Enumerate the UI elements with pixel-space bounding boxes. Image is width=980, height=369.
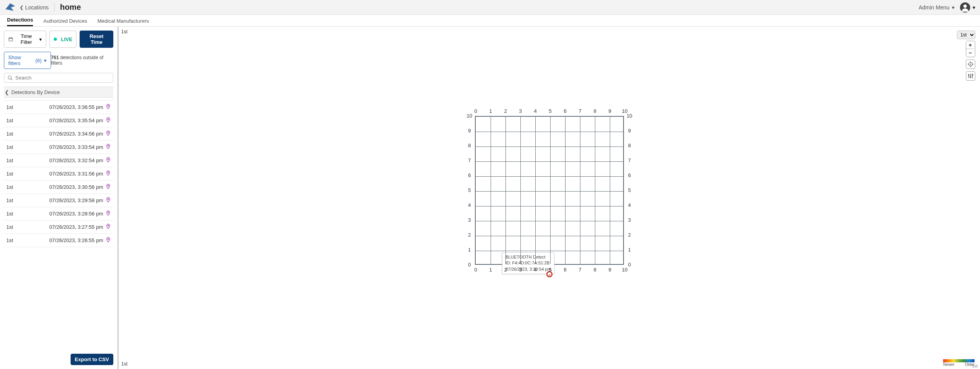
axis-tick-right: 3 — [625, 217, 633, 223]
axis-tick-top: 7 — [576, 108, 584, 114]
live-button[interactable]: LIVE — [49, 31, 76, 48]
axis-tick-right: 2 — [625, 232, 633, 238]
detection-row[interactable]: 1st07/26/2023, 3:29:58 pm — [4, 194, 113, 207]
location-pin-icon[interactable] — [105, 183, 111, 191]
detections-by-device-label: Detections By Device — [11, 89, 60, 95]
location-pin-icon[interactable] — [105, 197, 111, 204]
legend-labels: Newer Older — [943, 362, 975, 367]
axis-tick-left: 4 — [465, 202, 473, 208]
location-pin-icon[interactable] — [105, 130, 111, 137]
divider — [54, 3, 55, 12]
svg-line-7 — [11, 78, 13, 80]
svg-point-15 — [108, 199, 109, 200]
detection-row[interactable]: 1st07/26/2023, 3:27:55 pm — [4, 221, 113, 234]
live-status-dot-icon — [54, 38, 57, 41]
axis-tick-left: 3 — [465, 217, 473, 223]
axis-tick-right: 5 — [625, 187, 633, 193]
floor-label-top: 1st — [121, 29, 127, 34]
detection-row[interactable]: 1st07/26/2023, 3:34:56 pm — [4, 127, 113, 141]
axis-tick-right: 9 — [625, 128, 633, 134]
location-pin-icon[interactable] — [105, 143, 111, 151]
detection-timestamp: 07/26/2023, 3:34:56 pm — [49, 131, 103, 137]
tabs: Detections Authorized Devices Medical Ma… — [0, 15, 980, 27]
svg-point-14 — [108, 185, 109, 186]
detection-row[interactable]: 1st07/26/2023, 3:28:56 pm — [4, 207, 113, 221]
sidebar: Time Filter ▾ LIVE Reset Time Show filte… — [0, 27, 118, 369]
detection-row[interactable]: 1st07/26/2023, 3:26:55 pm — [4, 234, 113, 247]
toolbar-row: Time Filter ▾ LIVE Reset Time — [4, 31, 113, 48]
export-csv-button[interactable]: Export to CSV — [71, 354, 113, 365]
detection-room: 1st — [6, 131, 13, 137]
reset-time-button[interactable]: Reset Time — [80, 31, 113, 48]
floor-select[interactable]: 1st — [957, 31, 975, 39]
recenter-button[interactable] — [966, 60, 975, 69]
location-pin-icon[interactable] — [105, 103, 111, 111]
detections-list[interactable]: 1st07/26/2023, 3:36:55 pm1st07/26/2023, … — [4, 100, 113, 350]
axis-tick-left: 7 — [465, 157, 473, 163]
zoom-out-button[interactable]: − — [966, 49, 974, 57]
show-filters-button[interactable]: Show filters (6) ▾ — [4, 52, 51, 69]
map-settings-button[interactable] — [966, 71, 975, 81]
detection-room: 1st — [6, 157, 13, 163]
detection-row[interactable]: 1st07/26/2023, 3:31:56 pm — [4, 167, 113, 181]
axis-tick-bottom: 5 — [546, 267, 554, 273]
location-pin-icon[interactable] — [105, 237, 111, 244]
axis-tick-left: 6 — [465, 172, 473, 178]
search-row — [4, 73, 113, 83]
zoom-group: + − — [966, 41, 975, 57]
location-pin-icon[interactable] — [105, 223, 111, 231]
search-icon — [7, 75, 13, 81]
back-locations-link[interactable]: ❮ Locations — [20, 4, 49, 11]
axis-tick-left: 1 — [465, 247, 473, 253]
detection-timestamp: 07/26/2023, 3:28:56 pm — [49, 211, 103, 217]
time-filter-label: Time Filter — [16, 33, 37, 45]
svg-point-28 — [968, 75, 969, 76]
tooltip-line3: 07/26/2023, 3:33:54 pm — [505, 266, 551, 272]
axis-tick-left: 8 — [465, 143, 473, 148]
location-pin-icon[interactable] — [105, 157, 111, 164]
location-pin-icon[interactable] — [105, 210, 111, 217]
zoom-in-button[interactable]: + — [966, 41, 974, 49]
chevron-left-icon: ❮ — [20, 5, 24, 10]
axis-tick-top: 5 — [546, 108, 554, 114]
svg-point-6 — [8, 76, 11, 79]
axis-tick-left: 2 — [465, 232, 473, 238]
detections-by-device-header[interactable]: ❮ Detections By Device — [4, 87, 113, 98]
detection-row[interactable]: 1st07/26/2023, 3:30:56 pm — [4, 181, 113, 194]
age-legend: Newer Older — [943, 359, 975, 367]
axis-tick-bottom: 3 — [516, 267, 524, 273]
admin-menu-dropdown[interactable]: Admin Menu ▾ — [918, 4, 955, 11]
axis-tick-top: 8 — [591, 108, 599, 114]
svg-rect-2 — [9, 38, 13, 41]
chevron-down-icon: ▾ — [952, 4, 955, 11]
tab-medical-manufacturers[interactable]: Medical Manufacturers — [97, 18, 149, 26]
user-avatar-dropdown[interactable]: ▾ — [960, 2, 975, 13]
axis-tick-bottom: 0 — [472, 267, 480, 273]
search-input[interactable] — [15, 75, 110, 81]
detection-row[interactable]: 1st07/26/2023, 3:33:54 pm — [4, 141, 113, 154]
axis-tick-top: 2 — [502, 108, 509, 114]
detection-row[interactable]: 1st07/26/2023, 3:35:54 pm — [4, 114, 113, 127]
detection-room: 1st — [6, 211, 13, 217]
detection-row[interactable]: 1st07/26/2023, 3:32:54 pm — [4, 154, 113, 167]
map-grid[interactable]: BLUETOOTH Detect ID: F4:4D:0C:7A:51:2B 0… — [475, 116, 624, 265]
detection-row[interactable]: 1st07/26/2023, 3:36:55 pm — [4, 101, 113, 114]
detection-room: 1st — [6, 224, 13, 230]
axis-tick-top: 6 — [561, 108, 569, 114]
detection-timestamp: 07/26/2023, 3:33:54 pm — [49, 144, 103, 150]
axis-tick-bottom: 8 — [591, 267, 599, 273]
time-filter-button[interactable]: Time Filter ▾ — [4, 31, 46, 48]
calendar-icon — [8, 36, 13, 42]
floor-select-wrap: 1st — [957, 31, 975, 39]
detection-timestamp: 07/26/2023, 3:36:55 pm — [49, 104, 103, 110]
app-logo-icon — [5, 2, 16, 13]
tab-detections[interactable]: Detections — [7, 17, 33, 26]
axis-tick-bottom: 4 — [531, 267, 539, 273]
location-pin-icon[interactable] — [105, 117, 111, 124]
svg-point-13 — [108, 172, 109, 173]
tab-authorized-devices[interactable]: Authorized Devices — [43, 18, 87, 26]
detection-room: 1st — [6, 197, 13, 203]
axis-tick-bottom: 10 — [621, 267, 629, 273]
svg-point-29 — [970, 76, 971, 78]
location-pin-icon[interactable] — [105, 170, 111, 177]
